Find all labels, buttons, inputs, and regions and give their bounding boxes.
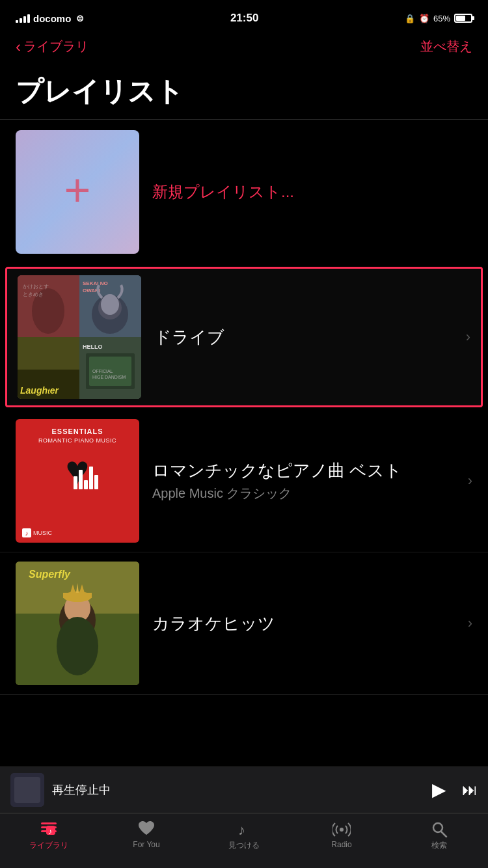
svg-text:ときめき: ときめき <box>23 292 44 297</box>
plus-icon: + <box>64 167 91 213</box>
tab-browse[interactable]: ♪ 見つける <box>195 821 293 851</box>
karaoke-thumb: Superfly <box>16 562 139 685</box>
romantic-piano-thumb: ESSENTIALS ROMANTIC PIANO MUSIC ♥ ♪ <box>16 419 139 543</box>
tab-for-you[interactable]: For You <box>98 821 195 849</box>
svg-text:HIGE DANDISM: HIGE DANDISM <box>92 375 126 379</box>
page-title: プレイリスト <box>16 74 472 110</box>
svg-point-37 <box>340 828 344 832</box>
tab-library-label: ライブラリ <box>29 840 68 851</box>
thumb-quadrant-3: Laughter <box>18 337 79 399</box>
drive-playlist-thumb: かけおとす ときめき SEKAI NO OWARI <box>18 275 141 399</box>
svg-text:OFFICIAL: OFFICIAL <box>92 369 113 373</box>
svg-line-39 <box>441 832 446 837</box>
new-playlist-item[interactable]: + 新規プレイリスト... <box>0 120 488 264</box>
sort-button[interactable]: 並べ替え <box>420 38 472 55</box>
back-chevron-icon: ‹ <box>16 39 21 55</box>
play-button[interactable]: ▶ <box>432 781 446 799</box>
lock-icon: 🔒 <box>405 14 415 23</box>
svg-rect-23 <box>63 593 92 598</box>
search-icon <box>430 821 448 837</box>
mini-player[interactable]: 再生停止中 ▶ ⏭ <box>0 766 488 813</box>
nav-bar: ‹ ライブラリ 並べ替え <box>0 33 488 61</box>
heart-icon <box>137 821 156 837</box>
list-item[interactable]: ESSENTIALS ROMANTIC PIANO MUSIC ♥ ♪ <box>0 410 488 552</box>
romantic-piano-sub: Apple Music クラシック <box>152 485 455 502</box>
tab-search[interactable]: 検索 <box>390 821 488 851</box>
skip-button[interactable]: ⏭ <box>462 782 478 798</box>
drive-playlist-info: ドライブ <box>154 326 453 349</box>
tab-browse-label: 見つける <box>228 840 260 851</box>
svg-rect-30 <box>14 777 40 803</box>
svg-text:♪: ♪ <box>238 822 245 837</box>
tab-bar: ♪ ライブラリ For You ♪ 見つける Radio <box>0 813 488 868</box>
new-playlist-label: 新規プレイリスト... <box>152 182 294 202</box>
new-playlist-thumb: + <box>16 130 139 254</box>
note-icon: ♪ <box>235 821 253 837</box>
karaoke-chevron-icon: › <box>468 615 472 632</box>
essentials-title: ESSENTIALS <box>51 427 103 436</box>
essentials-sub: ROMANTIC PIANO MUSIC <box>38 437 116 444</box>
battery-icon <box>454 14 472 23</box>
svg-text:Superfly: Superfly <box>29 569 71 580</box>
svg-point-27 <box>57 617 98 675</box>
content-area: プレイリスト + 新規プレイリスト... かけおとす ときめき <box>0 61 488 799</box>
svg-text:♪: ♪ <box>48 827 52 836</box>
mini-player-controls: ▶ ⏭ <box>432 781 478 799</box>
wifi-icon: ⊜ <box>76 13 84 23</box>
mini-player-title: 再生停止中 <box>52 783 111 796</box>
status-left: docomo ⊜ <box>16 13 84 24</box>
tab-for-you-label: For You <box>133 840 159 849</box>
thumb-quadrant-2: SEKAI NO OWARI <box>79 275 141 337</box>
radio-icon <box>332 821 351 837</box>
tab-radio[interactable]: Radio <box>293 821 390 849</box>
svg-text:HELLO: HELLO <box>83 344 103 350</box>
carrier-label: docomo <box>33 13 71 24</box>
romantic-piano-info: ロマンチックなピアノ曲 ベスト Apple Music クラシック <box>152 459 455 502</box>
svg-text:SEKAI NO: SEKAI NO <box>83 280 108 286</box>
back-label: ライブラリ <box>23 38 88 55</box>
karaoke-info: カラオケヒッツ <box>152 612 455 635</box>
romantic-piano-chevron-icon: › <box>468 472 472 489</box>
mini-player-info: 再生停止中 <box>52 782 424 798</box>
back-button[interactable]: ‹ ライブラリ <box>16 38 88 55</box>
tab-radio-label: Radio <box>331 840 351 849</box>
status-bar: docomo ⊜ 21:50 🔒 ⏰ 65% <box>0 0 488 33</box>
list-item[interactable]: Superfly カラオケヒッツ › <box>0 552 488 695</box>
list-item[interactable]: かけおとす ときめき SEKAI NO OWARI <box>5 267 483 407</box>
svg-point-9 <box>101 294 119 315</box>
page-title-section: プレイリスト <box>0 61 488 116</box>
tab-library[interactable]: ♪ ライブラリ <box>0 821 98 851</box>
thumb-quadrant-4: HELLO OFFICIAL HIGE DANDISM <box>79 337 141 399</box>
svg-rect-31 <box>41 822 57 824</box>
romantic-piano-name: ロマンチックなピアノ曲 ベスト <box>152 459 455 482</box>
drive-chevron-icon: › <box>466 329 470 346</box>
karaoke-name: カラオケヒッツ <box>152 612 455 635</box>
signal-icon <box>16 14 30 23</box>
thumb-quadrant-1: かけおとす ときめき <box>18 275 79 337</box>
status-right: 🔒 ⏰ 65% <box>405 14 472 23</box>
mini-player-thumb <box>10 773 44 807</box>
drive-playlist-name: ドライブ <box>154 326 453 349</box>
battery-percent: 65% <box>433 14 450 23</box>
status-time: 21:50 <box>230 12 258 25</box>
svg-text:かけおとす: かけおとす <box>23 284 49 290</box>
playlist-list: + 新規プレイリスト... かけおとす ときめき <box>0 120 488 695</box>
alarm-icon: ⏰ <box>419 14 429 23</box>
tab-search-label: 検索 <box>431 840 447 851</box>
